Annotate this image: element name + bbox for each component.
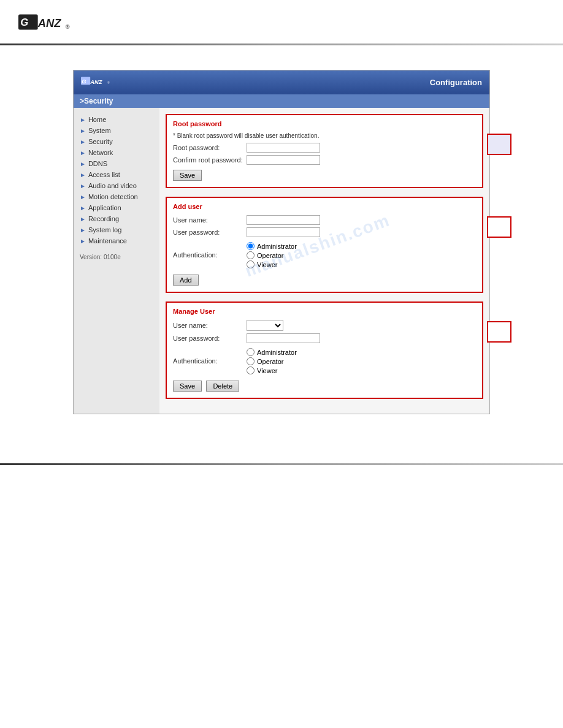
add-user-username-row: User name: xyxy=(173,215,476,225)
bullet-icon: ► xyxy=(80,138,86,145)
sidebar-item-recording[interactable]: ► Recording xyxy=(74,213,159,224)
root-password-input[interactable] xyxy=(247,143,320,153)
browser-body: ► Home ► System ► Security ► Network ► xyxy=(74,108,489,414)
add-user-radio-operator: Operator xyxy=(247,251,297,259)
add-user-password-row: User password: xyxy=(173,227,476,237)
bullet-icon: ► xyxy=(80,238,86,245)
bullet-icon: ► xyxy=(80,116,86,123)
bullet-icon: ► xyxy=(80,172,86,178)
svg-text:G: G xyxy=(20,17,28,28)
sidebar-label-system-log: System log xyxy=(88,226,121,233)
sidebar-label-access-list: Access list xyxy=(88,171,120,178)
sidebar-item-motion-detection[interactable]: ► Motion detection xyxy=(74,191,159,202)
add-user-username-input[interactable] xyxy=(247,215,320,225)
add-user-password-input[interactable] xyxy=(247,227,320,237)
browser-title: Configuration xyxy=(430,78,482,87)
add-user-auth-label: Authentication: xyxy=(173,251,247,259)
bullet-icon: ► xyxy=(80,194,86,200)
sidebar-label-audio-video: Audio and video xyxy=(88,182,137,189)
page-header: G ANZ ® xyxy=(0,0,563,44)
svg-text:G: G xyxy=(82,78,86,85)
sidebar-label-home: Home xyxy=(88,116,106,123)
manage-user-radio-operator: Operator xyxy=(247,357,297,365)
content-area: manualshin.com Root password * Blank roo… xyxy=(159,108,489,414)
sidebar-item-home[interactable]: ► Home xyxy=(74,114,159,125)
manage-user-username-row: User name: xyxy=(173,320,476,331)
sidebar-item-maintenance[interactable]: ► Maintenance xyxy=(74,235,159,246)
svg-text:®: ® xyxy=(107,81,110,85)
root-password-row: Root password: xyxy=(173,143,476,153)
manage-user-radio-operator-input[interactable] xyxy=(247,357,255,365)
sidebar-label-motion-detection: Motion detection xyxy=(88,193,138,200)
confirm-password-label: Confirm root password: xyxy=(173,156,247,164)
add-user-radio-admin-label: Administrator xyxy=(257,243,297,250)
add-user-password-label: User password: xyxy=(173,229,247,236)
manage-user-radio-admin: Administrator xyxy=(247,348,297,356)
bullet-icon: ► xyxy=(80,150,86,156)
sidebar: ► Home ► System ► Security ► Network ► xyxy=(74,108,159,414)
sidebar-label-recording: Recording xyxy=(88,215,119,222)
manage-user-radio-viewer-label: Viewer xyxy=(257,367,277,374)
sidebar-item-application[interactable]: ► Application xyxy=(74,202,159,213)
sidebar-label-system: System xyxy=(88,127,111,134)
security-header-bar: >Security xyxy=(74,94,489,108)
root-password-section: Root password * Blank root password will… xyxy=(166,114,483,188)
manage-user-title: Manage User xyxy=(173,308,476,315)
browser-logo: G ANZ ® xyxy=(81,74,124,91)
add-doc-mark xyxy=(487,216,511,238)
add-user-radio-operator-input[interactable] xyxy=(247,251,255,259)
manage-user-radio-operator-label: Operator xyxy=(257,358,283,365)
manage-user-delete-button[interactable]: Delete xyxy=(206,381,239,392)
manage-user-radio-viewer: Viewer xyxy=(247,366,297,374)
root-password-save-button[interactable]: Save xyxy=(173,170,202,181)
confirm-password-input[interactable] xyxy=(247,155,320,165)
add-user-radio-admin-input[interactable] xyxy=(247,242,255,250)
top-divider xyxy=(0,44,563,45)
sidebar-item-ddns[interactable]: ► DDNS xyxy=(74,158,159,169)
add-user-username-label: User name: xyxy=(173,216,247,224)
manage-user-buttons: Save Delete xyxy=(173,381,476,392)
sidebar-item-network[interactable]: ► Network xyxy=(74,147,159,158)
root-password-title: Root password xyxy=(173,120,476,127)
manage-doc-mark xyxy=(487,321,511,343)
svg-text:ANZ: ANZ xyxy=(37,17,61,29)
root-password-buttons: Save xyxy=(173,170,476,181)
bullet-icon: ► xyxy=(80,216,86,222)
manage-user-radio-group: Administrator Operator Viewer xyxy=(247,348,297,376)
bullet-icon: ► xyxy=(80,183,86,189)
sidebar-label-ddns: DDNS xyxy=(88,160,107,167)
sidebar-item-system-log[interactable]: ► System log xyxy=(74,224,159,235)
add-user-radio-group: Administrator Operator Viewer xyxy=(247,242,297,270)
bullet-icon: ► xyxy=(80,127,86,134)
manage-user-auth-label: Authentication: xyxy=(173,357,247,365)
sidebar-item-access-list[interactable]: ► Access list xyxy=(74,169,159,180)
manage-user-radio-admin-input[interactable] xyxy=(247,348,255,356)
bullet-icon: ► xyxy=(80,161,86,167)
manage-user-password-input[interactable] xyxy=(247,333,320,343)
sidebar-label-maintenance: Maintenance xyxy=(88,237,127,245)
browser-topbar: G ANZ ® Configuration xyxy=(74,70,489,94)
sidebar-item-security[interactable]: ► Security xyxy=(74,136,159,147)
sidebar-item-system[interactable]: ► System xyxy=(74,125,159,136)
add-user-radio-viewer-input[interactable] xyxy=(247,260,255,268)
manage-user-username-label: User name: xyxy=(173,322,247,329)
svg-text:®: ® xyxy=(66,24,70,30)
manage-user-section: Manage User User name: User password: Au… xyxy=(166,301,483,399)
add-user-radio-admin: Administrator xyxy=(247,242,297,250)
manage-user-radio-admin-label: Administrator xyxy=(257,349,297,356)
sidebar-version: Version: 0100e xyxy=(74,246,159,263)
browser-window: G ANZ ® Configuration >Security ► Home ►… xyxy=(73,70,490,414)
bullet-icon: ► xyxy=(80,227,86,233)
manage-user-username-select[interactable] xyxy=(247,320,283,331)
add-user-radio-viewer: Viewer xyxy=(247,260,297,268)
manage-user-password-label: User password: xyxy=(173,335,247,342)
manage-user-radio-viewer-input[interactable] xyxy=(247,366,255,374)
bullet-icon: ► xyxy=(80,205,86,211)
sidebar-label-network: Network xyxy=(88,149,113,156)
add-user-add-button[interactable]: Add xyxy=(173,275,199,286)
sidebar-item-audio-video[interactable]: ► Audio and video xyxy=(74,180,159,191)
add-user-radio-operator-label: Operator xyxy=(257,252,283,259)
manage-user-save-button[interactable]: Save xyxy=(173,381,202,392)
manage-user-password-row: User password: xyxy=(173,333,476,343)
ganz-logo-top: G ANZ ® xyxy=(18,11,80,37)
